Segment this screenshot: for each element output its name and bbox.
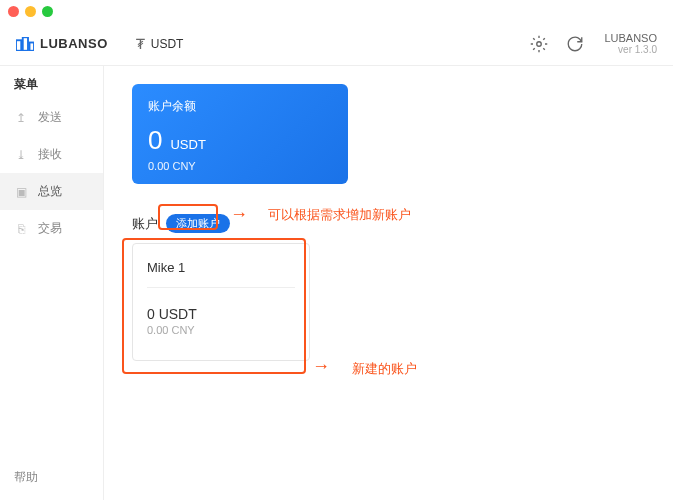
window-titlebar (0, 0, 673, 22)
sidebar-item-overview[interactable]: ▣ 总览 (0, 173, 103, 210)
balance-card: 账户余额 0 USDT 0.00 CNY (132, 84, 348, 184)
sidebar-help[interactable]: 帮助 (0, 455, 103, 500)
settings-icon[interactable] (530, 35, 548, 53)
sidebar-item-label: 接收 (38, 146, 62, 163)
sidebar-item-label: 发送 (38, 109, 62, 126)
annotation-arrow-icon: → (230, 204, 248, 225)
balance-amount: 0 (148, 125, 162, 156)
coin-selector[interactable]: ₮ USDT (136, 36, 184, 52)
svg-rect-0 (16, 40, 21, 51)
receive-icon: ⤓ (14, 148, 28, 162)
app-version-label: ver 1.3.0 (604, 44, 657, 55)
svg-point-3 (537, 41, 542, 46)
sidebar-item-label: 交易 (38, 220, 62, 237)
logo-text: LUBANSO (40, 36, 108, 51)
app-header: LUBANSO ₮ USDT LUBANSO ver 1.3.0 (0, 22, 673, 66)
svg-rect-2 (30, 42, 35, 50)
accounts-title: 账户 (132, 215, 158, 233)
tether-icon: ₮ (136, 36, 145, 52)
sidebar-item-receive[interactable]: ⤓ 接收 (0, 136, 103, 173)
coin-label: USDT (151, 37, 184, 51)
send-icon: ↥ (14, 111, 28, 125)
transactions-icon: ⎘ (14, 222, 28, 236)
balance-unit: USDT (170, 137, 205, 152)
overview-icon: ▣ (14, 185, 28, 199)
annotation-box-add (158, 204, 218, 230)
sidebar: 菜单 ↥ 发送 ⤓ 接收 ▣ 总览 ⎘ 交易 帮助 (0, 66, 104, 500)
balance-title: 账户余额 (148, 98, 332, 115)
close-window-button[interactable] (8, 6, 19, 17)
app-logo: LUBANSO (16, 36, 108, 51)
app-version-info: LUBANSO ver 1.3.0 (604, 32, 657, 55)
annotation-box-card (122, 238, 306, 374)
balance-fiat: 0.00 CNY (148, 160, 332, 172)
logo-icon (16, 37, 34, 51)
minimize-window-button[interactable] (25, 6, 36, 17)
app-name-label: LUBANSO (604, 32, 657, 44)
sidebar-item-label: 总览 (38, 183, 62, 200)
sidebar-item-transactions[interactable]: ⎘ 交易 (0, 210, 103, 247)
sidebar-item-send[interactable]: ↥ 发送 (0, 99, 103, 136)
annotation-text-add: 可以根据需求增加新账户 (268, 206, 411, 224)
maximize-window-button[interactable] (42, 6, 53, 17)
annotation-text-card: 新建的账户 (352, 360, 417, 378)
sidebar-title: 菜单 (0, 66, 103, 99)
refresh-icon[interactable] (566, 35, 584, 53)
annotation-arrow-icon: → (312, 356, 330, 377)
svg-rect-1 (23, 37, 28, 51)
